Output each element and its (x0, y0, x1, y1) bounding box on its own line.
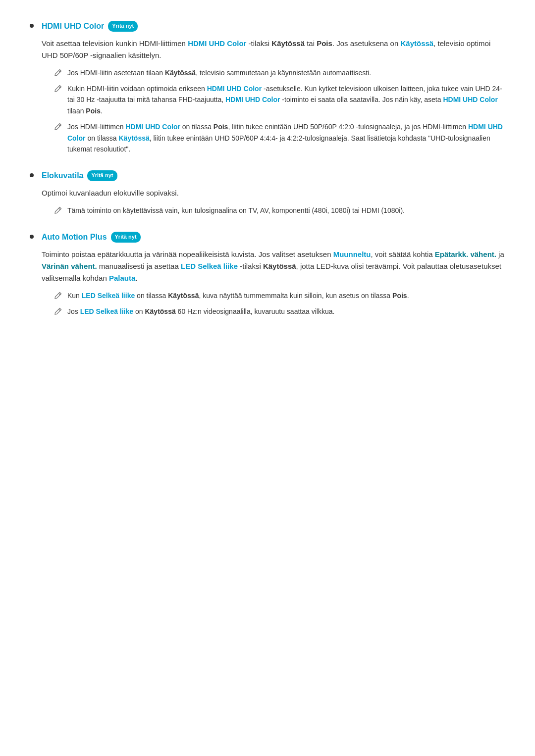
note-text-amp-1: Kun LED Selkeä liike on tilassa Käytössä… (67, 290, 409, 301)
try-now-badge-hdmi[interactable]: Yritä nyt (108, 21, 138, 32)
note-item-hdmi-3: Jos HDMI-liittimen HDMI UHD Color on til… (54, 121, 505, 154)
main-content: HDMI UHD Color Yritä nyt Voit asettaa te… (30, 20, 505, 322)
inline-varinan-vahent: Värinän vähent. (42, 262, 97, 270)
inline-kaytossa-1: Käytössä (271, 39, 305, 48)
inline-hdmi-uhd-color-5: HDMI UHD Color (125, 123, 180, 131)
note-text-hdmi-1: Jos HDMI-liitin asetetaan tilaan Käytöss… (67, 67, 371, 78)
section-hdmi-uhd-color: HDMI UHD Color Yritä nyt Voit asettaa te… (30, 20, 505, 159)
inline-kaytossa-blue: Käytössä (400, 39, 433, 48)
note-pencil-icon-6 (54, 307, 62, 316)
note-text-amp-2: Jos LED Selkeä liike on Käytössä 60 Hz:n… (67, 306, 334, 317)
bullet-dot-2 (30, 173, 34, 177)
note-pencil-icon-4 (54, 206, 62, 215)
section-title-hdmi: HDMI UHD Color (42, 20, 104, 33)
section-body-amp: Toiminto poistaa epätarkkuutta ja värinä… (42, 249, 505, 284)
inline-kaytossa-3: Käytössä (119, 134, 150, 142)
section-elokuvatila: Elokuvatila Yritä nyt Optimoi kuvanlaadu… (30, 169, 505, 221)
inline-hdmi-uhd-color-1: HDMI UHD Color (188, 39, 246, 48)
section-body-hdmi: Voit asettaa television kunkin HDMI-liit… (42, 38, 505, 61)
bullet-dot-3 (30, 235, 34, 239)
inline-kaytossa-5: Käytössä (168, 292, 199, 300)
note-item-elokuvatila-1: Tämä toiminto on käytettävissä vain, kun… (54, 205, 505, 216)
bullet-dot (30, 24, 34, 28)
section-title-elokuvatila: Elokuvatila (42, 169, 83, 182)
note-pencil-icon-5 (54, 291, 62, 300)
inline-kaytossa-6: Käytössä (145, 307, 175, 315)
inline-kaytossa-4: Käytössä (263, 262, 296, 270)
inline-led-selkea-liike-1: LED Selkeä liike (181, 262, 238, 270)
inline-palauta: Palauta (109, 274, 135, 282)
inline-epataarkk: Epätarkk. vähent. (435, 250, 496, 258)
try-now-badge-elokuvatila[interactable]: Yritä nyt (87, 170, 117, 181)
note-item-amp-2: Jos LED Selkeä liike on Käytössä 60 Hz:n… (54, 306, 505, 317)
inline-muunneltu: Muunneltu (333, 250, 371, 258)
inline-hdmi-uhd-color-2: HDMI UHD Color (207, 85, 262, 93)
note-item-hdmi-1: Jos HDMI-liitin asetetaan tilaan Käytöss… (54, 67, 505, 78)
note-list-elokuvatila: Tämä toiminto on käytettävissä vain, kun… (54, 205, 505, 216)
inline-pois-4: Pois (392, 292, 407, 300)
note-pencil-icon-1 (54, 68, 62, 77)
section-header-hdmi: HDMI UHD Color Yritä nyt (42, 20, 505, 33)
inline-kaytossa-2: Käytössä (165, 69, 196, 77)
note-pencil-icon-3 (54, 122, 62, 131)
inline-pois-2: Pois (86, 107, 101, 115)
note-text-hdmi-3: Jos HDMI-liittimen HDMI UHD Color on til… (67, 121, 505, 154)
note-pencil-icon-2 (54, 84, 62, 93)
note-text-hdmi-2: Kukin HDMI-liitin voidaan optimoida erik… (67, 83, 505, 116)
note-item-amp-1: Kun LED Selkeä liike on tilassa Käytössä… (54, 290, 505, 301)
inline-led-selkea-liike-3: LED Selkeä liike (80, 307, 133, 315)
inline-hdmi-uhd-color-4: HDMI UHD Color (443, 96, 497, 103)
note-list-amp: Kun LED Selkeä liike on tilassa Käytössä… (54, 290, 505, 317)
inline-pois-1: Pois (317, 39, 332, 48)
inline-pois-3: Pois (214, 123, 228, 131)
inline-hdmi-uhd-color-3: HDMI UHD Color (225, 96, 280, 103)
section-header-amp: Auto Motion Plus Yritä nyt (42, 231, 505, 244)
note-list-hdmi: Jos HDMI-liitin asetetaan tilaan Käytöss… (54, 67, 505, 155)
note-text-elokuvatila-1: Tämä toiminto on käytettävissä vain, kun… (67, 205, 405, 216)
section-body-elokuvatila: Optimoi kuvanlaadun elokuville sopivaksi… (42, 187, 505, 199)
section-title-amp: Auto Motion Plus (42, 231, 107, 244)
try-now-badge-amp[interactable]: Yritä nyt (111, 232, 141, 243)
section-header-elokuvatila: Elokuvatila Yritä nyt (42, 169, 505, 182)
section-auto-motion-plus: Auto Motion Plus Yritä nyt Toiminto pois… (30, 231, 505, 322)
note-item-hdmi-2: Kukin HDMI-liitin voidaan optimoida erik… (54, 83, 505, 116)
inline-led-selkea-liike-2: LED Selkeä liike (82, 292, 135, 300)
